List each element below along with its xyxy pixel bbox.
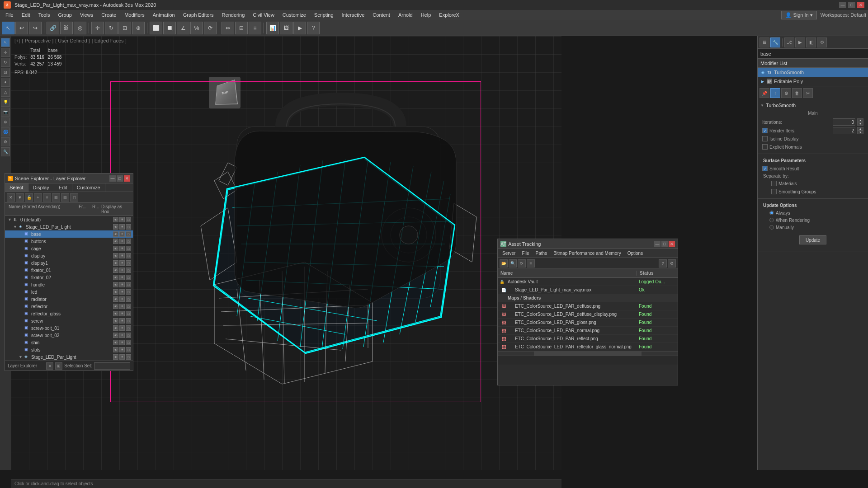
quick-render[interactable]: ▶ <box>293 22 306 34</box>
at-server[interactable]: Server <box>500 250 518 257</box>
panel-minimize[interactable]: — <box>109 175 116 182</box>
select-move[interactable]: ✛ <box>91 22 104 34</box>
exp-filter[interactable]: ▼ <box>16 193 24 202</box>
menu-explorex[interactable]: ExploreX <box>435 11 463 19</box>
at-tool-1[interactable]: 📂 <box>500 259 508 267</box>
tree-display1[interactable]: ▣ display1 👁 ☀ □ <box>5 259 133 267</box>
tab-edit[interactable]: Edit <box>54 183 72 192</box>
left-rotate[interactable]: ↻ <box>1 58 10 67</box>
exp-expand[interactable]: ⊞ <box>52 193 60 202</box>
at-close[interactable]: ✕ <box>669 241 675 247</box>
mod-tool-configure[interactable]: ⚙ <box>781 88 791 98</box>
select-object[interactable]: ⬜ <box>150 22 162 34</box>
le-btn-1[interactable]: ≡ <box>46 362 53 370</box>
tab-customize[interactable]: Customize <box>72 183 105 192</box>
left-shapes[interactable]: △ <box>1 88 10 97</box>
smooth-result-check[interactable] <box>762 166 768 171</box>
at-row-reflector-glass-normal[interactable]: 🖼 ETC_ColorSource_LED_PAR_reflector_glas… <box>498 343 678 351</box>
at-row-reflect[interactable]: 🖼 ETC_ColorSource_LED_PAR_reflect.png Fo… <box>498 335 678 343</box>
at-scrollbar[interactable] <box>498 351 678 356</box>
at-file[interactable]: File <box>519 250 532 257</box>
menu-scripting[interactable]: Scripting <box>311 11 337 19</box>
render-iters-up[interactable]: ▲ <box>857 127 863 131</box>
sign-in-button[interactable]: 👤 Sign In ▾ <box>781 11 816 19</box>
menu-animation[interactable]: Animation <box>149 11 179 19</box>
mod-tool-pin[interactable]: 📌 <box>760 88 769 98</box>
explicit-normals-check[interactable] <box>762 144 768 150</box>
prop-display-panel[interactable]: ◧ <box>806 38 816 47</box>
select-place[interactable]: ⊕ <box>132 22 145 34</box>
mod-tool-cut[interactable]: ✂ <box>803 88 813 98</box>
left-cameras[interactable]: 📷 <box>1 108 10 117</box>
tree-base[interactable]: ▣ base 👁 ☀ □ <box>5 230 133 238</box>
tree-layer-default[interactable]: ▼ ◧ 0 (default) 👁 ☀ □ <box>5 216 133 223</box>
close-button[interactable]: ✕ <box>857 2 864 8</box>
exp-collapse[interactable]: ⊟ <box>61 193 69 202</box>
left-modify[interactable]: 🔧 <box>1 147 10 156</box>
left-lights[interactable]: 💡 <box>1 98 10 107</box>
left-move[interactable]: ✛ <box>1 48 10 57</box>
object-name-input[interactable] <box>758 49 868 59</box>
menu-create[interactable]: Create <box>98 11 120 19</box>
modifier-turbosmooth[interactable]: ◉ TS TurboSmooth <box>758 68 868 77</box>
modifier-editable-poly[interactable]: ▶ EP Editable Poly <box>758 77 868 86</box>
isoline-check[interactable] <box>762 136 768 141</box>
tree-handle[interactable]: ▣ handle 👁 ☀ □ <box>5 281 133 288</box>
tree-radiator[interactable]: ▣ radiator 👁 ☀ □ <box>5 296 133 303</box>
left-systems[interactable]: ⚙ <box>1 137 10 146</box>
menu-graph-editors[interactable]: Graph Editors <box>179 11 217 19</box>
update-rendering-radio[interactable] <box>769 218 774 222</box>
menu-civil-view[interactable]: Civil View <box>249 11 278 19</box>
at-paths[interactable]: Paths <box>533 250 550 257</box>
menu-tools[interactable]: Tools <box>35 11 54 19</box>
undo-tool[interactable]: ↩ <box>15 22 28 34</box>
tree-screw[interactable]: ▣ screw 👁 ☀ □ <box>5 317 133 324</box>
menu-help[interactable]: Help <box>417 11 435 19</box>
left-select[interactable]: ↖ <box>1 38 10 47</box>
tree-reflector-glass[interactable]: ▣ reflector_glass 👁 ☀ □ <box>5 310 133 317</box>
at-tool-3[interactable]: ⟳ <box>518 259 526 267</box>
at-row-normal[interactable]: 🖼 ETC_ColorSource_LED_PAR_normal.png Fou… <box>498 327 678 335</box>
selection-set-input[interactable] <box>94 362 130 370</box>
tree-shin[interactable]: ▣ shin 👁 ☀ □ <box>5 339 133 346</box>
menu-file[interactable]: File <box>2 11 17 19</box>
left-spacewarps[interactable]: 🌀 <box>1 127 10 136</box>
menu-content[interactable]: Content <box>369 11 394 19</box>
prop-modify-icon[interactable]: 🔧 <box>770 38 780 47</box>
tree-screw-bolt-01[interactable]: ▣ screw-bolt_01 👁 ☀ □ <box>5 324 133 332</box>
iterations-down[interactable]: ▼ <box>857 122 863 126</box>
graph-editors-tool[interactable]: 📊 <box>266 22 279 34</box>
link-tool[interactable]: 🔗 <box>47 22 59 34</box>
at-row-maxfile[interactable]: 📄 Stage_LED_Par_Light_max_vray.max Ok <box>498 286 678 294</box>
tree-screw-bolt-02[interactable]: ▣ screw-bolt_02 👁 ☀ □ <box>5 332 133 339</box>
le-btn-2[interactable]: ⊞ <box>55 362 62 370</box>
at-bitmap[interactable]: Bitmap Performance and Memory <box>551 250 624 257</box>
at-row-vault[interactable]: 🔒 Autodesk Vault Logged Ou... <box>498 278 678 286</box>
prop-motion[interactable]: ▶ <box>795 38 805 47</box>
exp-select-all[interactable]: ◻ <box>70 193 78 202</box>
spinner-snap[interactable]: ⟳ <box>204 22 217 34</box>
unlink-tool[interactable]: ⛓ <box>60 22 73 34</box>
select-tool[interactable]: ↖ <box>2 22 14 34</box>
update-always-radio[interactable] <box>769 211 774 215</box>
menu-modifiers[interactable]: Modifiers <box>121 11 148 19</box>
maximize-button[interactable]: □ <box>848 2 855 8</box>
mod-tool-move[interactable]: ↑ <box>770 88 780 98</box>
menu-rendering[interactable]: Rendering <box>218 11 249 19</box>
exp-lock[interactable]: 🔒 <box>25 193 33 202</box>
iterations-up[interactable]: ▲ <box>857 118 863 122</box>
prop-display-icon[interactable]: 🖥 <box>760 38 769 47</box>
materials-check[interactable] <box>771 181 777 186</box>
align-tool[interactable]: ⊟ <box>235 22 248 34</box>
tree-stage-light-parent[interactable]: ▼ ◈ Stage_LED_Par_Light 👁 ☀ □ <box>5 223 133 230</box>
tree-stage-light-child[interactable]: ▼ ◈ Stage_LED_Par_Light 👁 ☀ □ <box>5 353 133 361</box>
render-iters-down[interactable]: ▼ <box>857 131 863 134</box>
mirror-tool[interactable]: ⇔ <box>222 22 234 34</box>
left-helpers[interactable]: ⊕ <box>1 117 10 127</box>
panel-close[interactable]: ✕ <box>124 175 130 182</box>
panel-restore[interactable]: □ <box>117 175 123 182</box>
prop-utilities[interactable]: ⚙ <box>817 38 827 47</box>
minimize-button[interactable]: — <box>839 2 846 8</box>
update-button[interactable]: Update <box>799 235 826 244</box>
at-tool-settings[interactable]: ⚙ <box>668 259 676 267</box>
